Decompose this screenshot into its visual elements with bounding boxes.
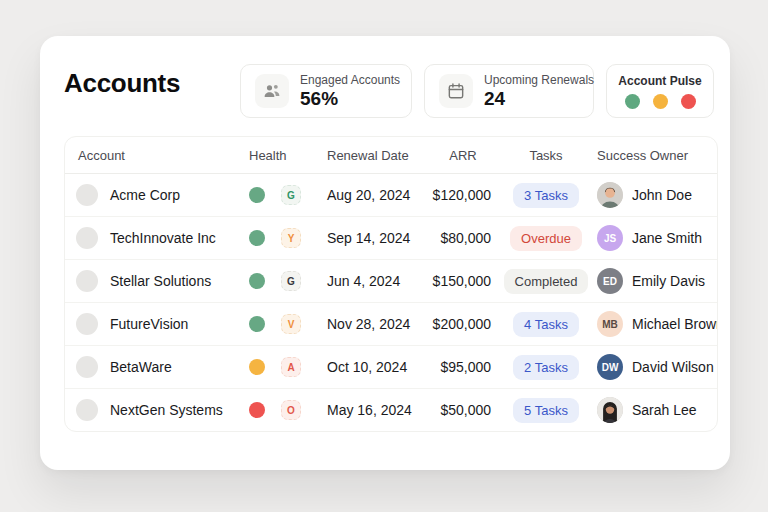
column-header-renewal-date: Renewal Date	[323, 148, 425, 163]
account-name: Stellar Solutions	[110, 273, 211, 289]
health-dot	[249, 359, 265, 375]
renewal-date: Oct 10, 2024	[323, 359, 425, 375]
table-body: Acme Corp G Aug 20, 2024 $120,000 3 Task…	[65, 174, 717, 431]
column-header-success-owner: Success Owner	[591, 148, 717, 163]
health-dot	[249, 273, 265, 289]
account-logo	[76, 227, 98, 249]
health-letter-badge: Y	[281, 228, 301, 248]
stat-card-engaged-accounts: Engaged Accounts 56%	[240, 64, 412, 118]
account-logo	[76, 356, 98, 378]
task-badge[interactable]: 4 Tasks	[513, 312, 579, 337]
panel-header: Accounts Engaged Accounts 56%	[40, 36, 730, 124]
avatar: DW	[597, 354, 623, 380]
table-row[interactable]: Stellar Solutions G Jun 4, 2024 $150,000…	[65, 260, 717, 303]
arr-value: $50,000	[425, 402, 501, 418]
table-header-row: Account Health Renewal Date ARR Tasks Su…	[65, 137, 717, 174]
health-dot	[249, 230, 265, 246]
account-name: TechInnovate Inc	[110, 230, 216, 246]
arr-value: $120,000	[425, 187, 501, 203]
health-dot	[249, 316, 265, 332]
accounts-table: Account Health Renewal Date ARR Tasks Su…	[64, 136, 718, 432]
owner-name: Jane Smith	[632, 230, 702, 246]
avatar: JS	[597, 225, 623, 251]
renewal-date: Aug 20, 2024	[323, 187, 425, 203]
health-letter-badge: G	[281, 271, 301, 291]
stat-label: Upcoming Renewals	[484, 73, 594, 87]
calendar-icon	[439, 74, 473, 108]
renewal-date: Nov 28, 2024	[323, 316, 425, 332]
account-name: FutureVision	[110, 316, 188, 332]
health-dot	[249, 402, 265, 418]
renewal-date: Sep 14, 2024	[323, 230, 425, 246]
health-letter-badge: V	[281, 314, 301, 334]
pulse-dot-green	[625, 94, 640, 109]
stat-cards: Engaged Accounts 56% Upcoming Renewals 2…	[240, 64, 714, 118]
health-letter-badge: O	[281, 400, 301, 420]
account-logo	[76, 184, 98, 206]
stat-card-upcoming-renewals: Upcoming Renewals 24	[424, 64, 594, 118]
task-badge[interactable]: 3 Tasks	[513, 183, 579, 208]
arr-value: $200,000	[425, 316, 501, 332]
owner-name: John Doe	[632, 187, 692, 203]
account-logo	[76, 399, 98, 421]
account-logo	[76, 270, 98, 292]
avatar-photo-male	[597, 182, 623, 208]
avatar: MB	[597, 311, 623, 337]
table-row[interactable]: Acme Corp G Aug 20, 2024 $120,000 3 Task…	[65, 174, 717, 217]
task-badge[interactable]: Overdue	[510, 226, 582, 251]
stat-card-account-pulse: Account Pulse	[606, 64, 714, 118]
accounts-panel: Accounts Engaged Accounts 56%	[40, 36, 730, 470]
arr-value: $150,000	[425, 273, 501, 289]
avatar-photo-female	[597, 397, 623, 423]
stat-label: Engaged Accounts	[300, 73, 400, 87]
table-row[interactable]: NextGen Systems O May 16, 2024 $50,000 5…	[65, 389, 717, 431]
task-badge[interactable]: 2 Tasks	[513, 355, 579, 380]
column-header-health: Health	[241, 148, 323, 163]
column-header-arr: ARR	[425, 148, 501, 163]
account-name: Acme Corp	[110, 187, 180, 203]
users-icon	[255, 74, 289, 108]
arr-value: $95,000	[425, 359, 501, 375]
avatar	[597, 397, 623, 423]
health-dot	[249, 187, 265, 203]
owner-name: Michael Brown	[632, 316, 718, 332]
pulse-dot-red	[681, 94, 696, 109]
pulse-dots	[625, 94, 696, 109]
arr-value: $80,000	[425, 230, 501, 246]
renewal-date: May 16, 2024	[323, 402, 425, 418]
renewal-date: Jun 4, 2024	[323, 273, 425, 289]
stat-label: Account Pulse	[618, 74, 701, 88]
page-title: Accounts	[64, 68, 180, 99]
table-row[interactable]: BetaWare A Oct 10, 2024 $95,000 2 Tasks …	[65, 346, 717, 389]
account-logo	[76, 313, 98, 335]
column-header-account: Account	[65, 148, 241, 163]
account-name: BetaWare	[110, 359, 172, 375]
health-letter-badge: A	[281, 357, 301, 377]
account-name: NextGen Systems	[110, 402, 223, 418]
stat-value: 56%	[300, 88, 400, 110]
column-header-tasks: Tasks	[501, 148, 591, 163]
table-row[interactable]: FutureVision V Nov 28, 2024 $200,000 4 T…	[65, 303, 717, 346]
avatar: ED	[597, 268, 623, 294]
pulse-dot-amber	[653, 94, 668, 109]
table-row[interactable]: TechInnovate Inc Y Sep 14, 2024 $80,000 …	[65, 217, 717, 260]
task-badge[interactable]: 5 Tasks	[513, 398, 579, 423]
task-badge[interactable]: Completed	[504, 269, 589, 294]
owner-name: Emily Davis	[632, 273, 705, 289]
health-letter-badge: G	[281, 185, 301, 205]
owner-name: David Wilson	[632, 359, 714, 375]
owner-name: Sarah Lee	[632, 402, 697, 418]
stat-value: 24	[484, 88, 594, 110]
avatar	[597, 182, 623, 208]
